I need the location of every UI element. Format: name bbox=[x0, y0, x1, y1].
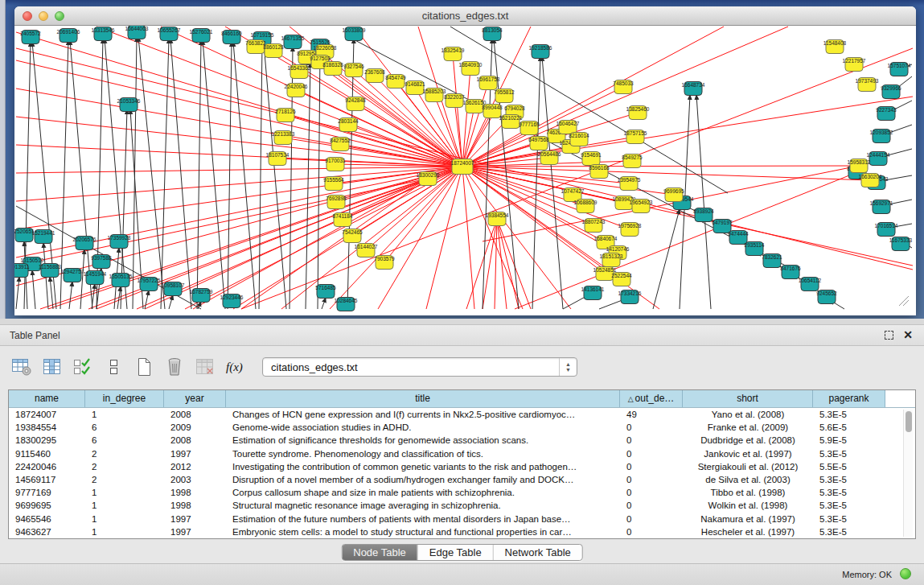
column-header-out_de[interactable]: △out_de… bbox=[620, 390, 683, 407]
graph-node-17016514[interactable]: 17016514 bbox=[875, 223, 898, 237]
graph-node-9155564[interactable]: 9155564 bbox=[323, 177, 344, 191]
graph-node-17957225[interactable]: 17957225 bbox=[138, 278, 161, 291]
graph-node-12942757[interactable]: 12942757 bbox=[61, 269, 84, 282]
column-header-in_degree[interactable]: in_degree bbox=[85, 390, 164, 407]
graph-node-2405572[interactable]: 2405572 bbox=[20, 31, 41, 44]
graph-node-9245652[interactable]: 9245652 bbox=[816, 290, 837, 304]
graph-node-17334216[interactable]: 17334216 bbox=[618, 290, 642, 304]
column-header-short[interactable]: short bbox=[683, 390, 813, 407]
graph-node-12217957[interactable]: 12217957 bbox=[843, 58, 866, 72]
tab-edge-table[interactable]: Edge Table bbox=[418, 545, 494, 560]
table-row[interactable]: 1872400712008Changes of HCN gene express… bbox=[9, 408, 900, 421]
column-header-name[interactable]: name bbox=[9, 390, 85, 407]
graph-node-21053346[interactable]: 21053346 bbox=[117, 98, 141, 112]
table-row[interactable]: 946362711997Embryonic stem cells: a mode… bbox=[9, 525, 900, 538]
graph-node-18107534[interactable]: 18107534 bbox=[266, 152, 290, 166]
graph-node-11675333[interactable]: 11675333 bbox=[889, 237, 913, 251]
graph-node-18724007[interactable]: 18724007 bbox=[451, 159, 474, 175]
graph-node-16648734[interactable]: 16648734 bbox=[682, 82, 705, 96]
graph-node-13954975[interactable]: 13954975 bbox=[618, 177, 641, 191]
memory-status-indicator[interactable] bbox=[900, 568, 911, 579]
graph-node-19218586[interactable]: 19218586 bbox=[529, 45, 552, 59]
table-row[interactable]: 1938455462009Genome-wide association stu… bbox=[9, 421, 900, 434]
column-header-pagerank[interactable]: pagerank bbox=[813, 390, 885, 407]
graph-node-8186328[interactable]: 8186328 bbox=[322, 62, 343, 76]
function-builder-icon[interactable]: f(x) bbox=[224, 355, 248, 379]
row-tools-icon[interactable] bbox=[101, 355, 125, 379]
table-row[interactable]: 2242004622012Investigating the contribut… bbox=[9, 460, 900, 473]
graph-node-9170031[interactable]: 9170031 bbox=[325, 158, 346, 171]
graph-node-10958107[interactable]: 10958107 bbox=[162, 282, 185, 296]
graph-node-16046427[interactable]: 16046427 bbox=[556, 121, 580, 134]
graph-node-16543362[interactable]: 16543362 bbox=[288, 65, 311, 79]
graph-node-9699695[interactable]: 9699695 bbox=[663, 188, 684, 202]
column-header-title[interactable]: title bbox=[226, 390, 620, 407]
graph-node-8427552[interactable]: 8427552 bbox=[330, 138, 351, 151]
table-selector-dropdown[interactable]: citations_edges.txt ▲▼ bbox=[262, 357, 577, 377]
graph-node-9397588[interactable]: 9397588 bbox=[91, 255, 112, 269]
graph-node-19756928[interactable]: 19756928 bbox=[618, 223, 642, 237]
graph-node-12213383[interactable]: 12213383 bbox=[272, 131, 295, 145]
graph-node-10655267[interactable]: 10655267 bbox=[158, 27, 181, 41]
graph-node-7832621[interactable]: 7832621 bbox=[762, 254, 782, 268]
graph-node-10688609[interactable]: 10688609 bbox=[574, 200, 598, 213]
graph-node-13505135[interactable]: 13505135 bbox=[109, 274, 133, 287]
graph-node-17359928[interactable]: 17359928 bbox=[108, 235, 131, 249]
graph-node-3913911[interactable]: 3913911 bbox=[14, 264, 30, 278]
graph-node-18325419[interactable]: 18325419 bbox=[441, 47, 465, 61]
table-row[interactable]: 1830029562008Estimation of significance … bbox=[9, 434, 900, 447]
network-graph[interactable]: 2405572206914061331354616644063106552671… bbox=[14, 26, 916, 315]
table-scrollbar-thumb[interactable] bbox=[906, 411, 912, 432]
graph-node-12923446[interactable]: 12923446 bbox=[220, 295, 244, 308]
close-panel-icon[interactable]: ✕ bbox=[903, 328, 913, 341]
graph-node-2935114[interactable]: 2935114 bbox=[745, 242, 765, 256]
graph-node-20691406[interactable]: 20691406 bbox=[57, 29, 80, 43]
tab-network-table[interactable]: Network Table bbox=[494, 545, 582, 560]
graph-node-8322037[interactable]: 8322037 bbox=[444, 94, 465, 108]
network-canvas[interactable]: 2405572206914061331354616644063106552671… bbox=[14, 26, 916, 315]
graph-node-16033809[interactable]: 16033809 bbox=[343, 27, 366, 41]
graph-node-8741184[interactable]: 8741184 bbox=[333, 213, 353, 227]
graph-node-15958312[interactable]: 15958312 bbox=[848, 159, 871, 173]
table-settings-icon[interactable] bbox=[10, 355, 34, 379]
graph-node-8549275[interactable]: 8549275 bbox=[622, 154, 643, 168]
graph-node-20564486[interactable]: 20564486 bbox=[538, 151, 561, 165]
tab-node-table[interactable]: Node Table bbox=[342, 545, 418, 560]
graph-node-18151323[interactable]: 18151323 bbox=[600, 253, 623, 267]
graph-node-2367608[interactable]: 2367608 bbox=[364, 69, 385, 83]
graph-node-15219441[interactable]: 15219441 bbox=[32, 230, 55, 244]
network-window-titlebar[interactable]: citations_edges.txt bbox=[14, 6, 916, 26]
graph-node-13313546[interactable]: 13313546 bbox=[92, 27, 115, 41]
table-row[interactable]: 1456911722003Disruption of a novel membe… bbox=[9, 473, 900, 486]
graph-node-7903579[interactable]: 7903579 bbox=[374, 256, 395, 270]
float-panel-icon[interactable] bbox=[885, 331, 893, 340]
graph-node-22420046[interactable]: 22420046 bbox=[285, 84, 308, 97]
table-scrollbar[interactable] bbox=[903, 410, 913, 537]
graph-node-15885203[interactable]: 15885203 bbox=[423, 89, 446, 102]
graph-node-9329966[interactable]: 9329966 bbox=[881, 85, 901, 99]
canvas-resize-grip[interactable] bbox=[899, 296, 909, 306]
graph-node-2718126[interactable]: 2718126 bbox=[275, 109, 296, 122]
graph-node-11156883[interactable]: 11156883 bbox=[39, 264, 61, 278]
graph-node-10284645[interactable]: 10284645 bbox=[335, 298, 358, 311]
graph-node-11548408[interactable]: 11548408 bbox=[823, 40, 847, 54]
graph-node-8466160[interactable]: 8466160 bbox=[221, 31, 242, 44]
graph-node-16630204[interactable]: 16630204 bbox=[859, 174, 882, 187]
graph-node-14136141[interactable]: 14136141 bbox=[581, 286, 605, 300]
graph-node-18640910[interactable]: 18640910 bbox=[459, 62, 483, 76]
graph-node-16144027[interactable]: 16144027 bbox=[355, 244, 378, 257]
graph-node-19654923[interactable]: 19654923 bbox=[630, 200, 653, 213]
graph-node-9227343[interactable]: 9227343 bbox=[876, 107, 897, 121]
graph-node-14671355[interactable]: 14671355 bbox=[281, 35, 305, 49]
table-row[interactable]: 946554611997Estimation of the future num… bbox=[9, 513, 900, 525]
graph-node-12093852[interactable]: 12093852 bbox=[870, 130, 893, 143]
graph-node-2522544[interactable]: 2522544 bbox=[611, 273, 632, 286]
table-row[interactable]: 977716911998Corpus callosum shape and si… bbox=[9, 486, 900, 499]
select-columns-icon[interactable] bbox=[71, 355, 95, 379]
graph-node-11451944[interactable]: 11451944 bbox=[84, 271, 107, 285]
graph-node-15276021[interactable]: 15276021 bbox=[190, 29, 213, 43]
graph-node-7485033[interactable]: 7485033 bbox=[613, 80, 634, 94]
graph-node-19384554[interactable]: 19384554 bbox=[486, 212, 509, 226]
column-header-year[interactable]: year bbox=[164, 390, 226, 407]
graph-node-18807243[interactable]: 18807243 bbox=[582, 219, 606, 233]
